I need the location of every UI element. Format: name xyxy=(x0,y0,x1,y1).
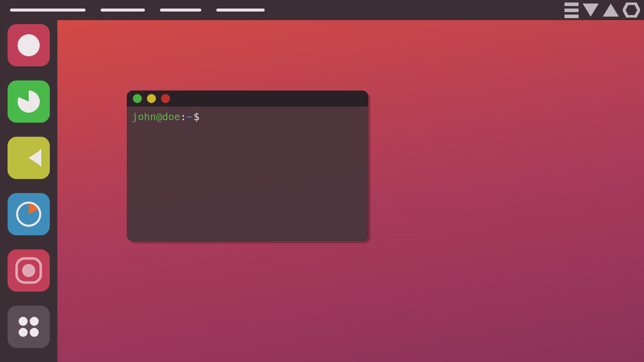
triangle-up-icon[interactable] xyxy=(603,4,619,17)
top-panel xyxy=(0,0,644,20)
menu-icon[interactable] xyxy=(565,3,579,18)
terminal-window[interactable]: john@doe:~$ xyxy=(127,90,368,241)
svg-point-5 xyxy=(19,317,28,326)
menu-bar xyxy=(0,9,265,12)
prompt-symbol: $ xyxy=(193,111,199,123)
dock-app-pie-green[interactable] xyxy=(8,80,50,123)
window-minimize-button[interactable] xyxy=(133,94,142,103)
pac-icon xyxy=(16,145,41,170)
menu-item[interactable] xyxy=(216,9,265,12)
dock-app-circle[interactable] xyxy=(8,24,50,66)
svg-point-1 xyxy=(18,34,40,56)
dock-app-pac[interactable] xyxy=(8,137,50,179)
svg-point-8 xyxy=(30,328,39,337)
record-icon xyxy=(14,255,44,286)
disk-icon xyxy=(15,201,42,228)
triangle-down-icon[interactable] xyxy=(583,4,599,17)
dock-app-disk[interactable] xyxy=(8,193,50,235)
svg-point-4 xyxy=(22,264,35,277)
svg-point-7 xyxy=(19,328,28,337)
menu-item[interactable] xyxy=(160,9,201,12)
hexagon-icon[interactable] xyxy=(623,3,640,18)
window-maximize-button[interactable] xyxy=(147,94,156,103)
prompt-separator: : xyxy=(180,111,186,123)
menu-item[interactable] xyxy=(10,9,86,12)
window-close-button[interactable] xyxy=(161,94,170,103)
status-tray xyxy=(565,3,644,18)
svg-marker-0 xyxy=(624,4,639,17)
pie-icon xyxy=(16,89,41,114)
svg-point-6 xyxy=(30,317,39,326)
circle-icon xyxy=(16,33,41,58)
prompt-user-host: john@doe xyxy=(132,111,180,123)
dock-app-record[interactable] xyxy=(8,249,50,292)
grid-icon xyxy=(15,313,42,340)
launcher-dock xyxy=(0,20,57,362)
dock-apps-grid[interactable] xyxy=(8,306,50,348)
terminal-body[interactable]: john@doe:~$ xyxy=(127,107,368,127)
terminal-titlebar[interactable] xyxy=(127,90,368,107)
prompt-path: ~ xyxy=(186,111,192,123)
menu-item[interactable] xyxy=(101,9,145,12)
